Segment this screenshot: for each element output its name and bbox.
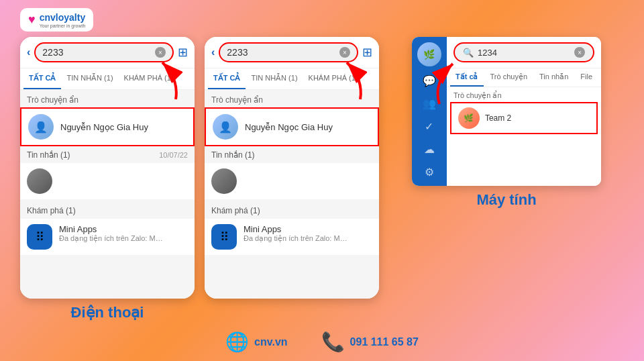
phone1-contact-item[interactable]: 👤 Nguyễn Ngọc Gia Huy: [20, 107, 195, 146]
phone2-mini-apps-item[interactable]: ⠿ Mini Apps Đa dạng tiện ích trên Zalo: …: [205, 219, 379, 255]
phone1-mockup: ‹ 2233 × ⊞ TẤT CẢ TIN NHẮN (1) KHÁM PHÁ …: [20, 37, 195, 299]
phone1-mini-apps-name: Mini Apps: [59, 224, 188, 234]
logo-box: ♥ cnvloyalty Your partner in growth: [20, 8, 93, 32]
phone2-explore-section: Khám phá (1) ⠿ Mini Apps Đa dạng tiện íc…: [205, 199, 379, 258]
phone1-explore-section: Khám phá (1) ⠿ Mini Apps Đa dạng tiện íc…: [20, 199, 195, 258]
logo-tagline: Your partner in growth: [40, 23, 86, 28]
phone1-explore-label: Khám phá (1): [20, 203, 195, 219]
phone1-avatar-img: 👤: [28, 114, 54, 140]
phone2-contact-item[interactable]: 👤 Nguyễn Ngọc Gia Huy: [205, 107, 379, 146]
phone2-messages-label: Tin nhắn (1): [211, 150, 255, 160]
footer-website-text: cnv.vn: [254, 336, 288, 348]
desktop-red-arrow: [426, 56, 473, 109]
phone2-mini-apps-name: Mini Apps: [244, 224, 372, 234]
phone1-messages-date: 10/07/22: [159, 151, 188, 159]
phone2-messages-divider: Tin nhắn (1): [205, 147, 379, 163]
phone1-mini-apps-desc: Đa dạng tiện ích trên Zalo: Mua sắm, tặn…: [59, 234, 166, 243]
desktop-wrapper: 🌿 💬 👥 ✓ ☁ ⚙ 🔍 1234 ×: [389, 37, 624, 209]
phone1-back-button[interactable]: ‹: [27, 46, 30, 58]
footer: 🌐 cnv.vn 📞 091 111 65 87: [0, 331, 644, 353]
main-content: ‹ 2233 × ⊞ TẤT CẢ TIN NHẮN (1) KHÁM PHÁ …: [20, 37, 624, 314]
sidebar-settings-icon[interactable]: ⚙: [421, 163, 438, 180]
desktop-label: Máy tính: [476, 191, 536, 209]
phone2-contact-name: Nguyễn Ngọc Gia Huy: [245, 122, 333, 132]
desktop-search-value: 1234: [478, 48, 570, 58]
phone1-label: Điện thoại: [71, 304, 144, 321]
footer-website: 🌐 cnv.vn: [225, 331, 288, 353]
phone1-messages-divider: Tin nhắn (1) 10/07/22: [20, 147, 195, 163]
phone1-search-value: 2233: [42, 47, 152, 58]
desktop-contact-name: Team 2: [485, 113, 511, 123]
phone1-messages-label: Tin nhắn (1): [27, 150, 70, 160]
phone1-tab-all[interactable]: TẤT CẢ: [23, 68, 61, 89]
footer-phone-text: 091 111 65 87: [350, 336, 419, 348]
desktop-tab-messages[interactable]: Tin nhắn: [534, 68, 574, 87]
desktop-tab-chat[interactable]: Trò chuyện: [485, 68, 533, 87]
sidebar-cloud-icon[interactable]: ☁: [421, 140, 438, 158]
phone-icon: 📞: [321, 331, 345, 353]
phone2-contact-avatar: 👤: [213, 114, 238, 140]
phone1-message-avatar: [27, 168, 52, 194]
desktop-search-input-container[interactable]: 🔍 1234 ×: [453, 42, 594, 62]
phone2-search-value: 2233: [227, 47, 336, 58]
phone2-mockup: ‹ 2233 × ⊞ TẤT CẢ TIN NHẮN (1) KHÁM PHÁ …: [205, 37, 379, 299]
phone2-tab-all[interactable]: TẤT CẢ: [208, 68, 246, 89]
desktop-tab-file[interactable]: File: [575, 68, 598, 87]
desktop-mockup: 🌿 💬 👥 ✓ ☁ ⚙ 🔍 1234 ×: [412, 37, 601, 186]
phone2-back-button[interactable]: ‹: [211, 46, 215, 58]
phone2-mini-apps-icon: ⠿: [211, 224, 237, 250]
phone2-red-arrow: [327, 56, 367, 103]
footer-phone: 📞 091 111 65 87: [321, 331, 419, 353]
phone2-explore-label: Khám phá (1): [205, 203, 379, 219]
phone2-mini-apps-info: Mini Apps Đa dạng tiện ích trên Zalo: Mu…: [244, 224, 372, 243]
phone2-wrapper: ‹ 2233 × ⊞ TẤT CẢ TIN NHẮN (1) KHÁM PHÁ …: [205, 37, 379, 317]
heart-icon: ♥: [28, 13, 36, 27]
header: ♥ cnvloyalty Your partner in growth: [20, 8, 93, 32]
desktop-clear-button[interactable]: ×: [574, 47, 585, 58]
phone2-tab-messages[interactable]: TIN NHẮN (1): [246, 68, 303, 89]
phone1-red-arrow: [142, 56, 182, 103]
phone2-avatar-img: 👤: [213, 114, 238, 140]
sidebar-checklist-icon[interactable]: ✓: [421, 117, 438, 135]
desktop-contact-avatar: 🌿: [458, 107, 480, 129]
phone1-mini-apps-icon: ⠿: [27, 224, 52, 250]
logo-text: cnvloyalty: [40, 12, 85, 23]
phone1-mini-apps-item[interactable]: ⠿ Mini Apps Đa dạng tiện ích trên Zalo: …: [20, 219, 195, 255]
phone1-mini-apps-info: Mini Apps Đa dạng tiện ích trên Zalo: Mu…: [59, 224, 188, 243]
globe-icon: 🌐: [225, 331, 249, 353]
phone1-contact-name: Nguyễn Ngọc Gia Huy: [60, 122, 148, 132]
phone1-wrapper: ‹ 2233 × ⊞ TẤT CẢ TIN NHẮN (1) KHÁM PHÁ …: [20, 37, 195, 321]
phone1-message-item[interactable]: [20, 163, 195, 199]
phone2-message-item[interactable]: [205, 163, 379, 199]
phone2-message-avatar: [211, 168, 237, 194]
phone2-mini-apps-desc: Đa dạng tiện ích trên Zalo: Mua sắm,: [244, 234, 351, 243]
phone1-tab-messages[interactable]: TIN NHẮN (1): [61, 68, 118, 89]
phone1-contact-avatar: 👤: [28, 114, 54, 140]
